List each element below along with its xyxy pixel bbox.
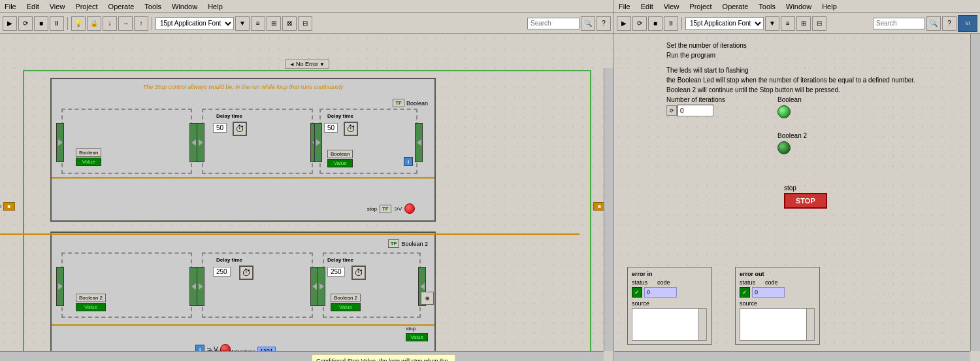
fp-menu-window[interactable]: Window bbox=[784, 3, 813, 10]
boolean2-value-block: Boolean 2 Value bbox=[76, 294, 106, 311]
menu-file[interactable]: File bbox=[3, 3, 18, 10]
menu-operate[interactable]: Operate bbox=[106, 3, 137, 10]
vi-icon: VI bbox=[958, 15, 977, 32]
dist-btn[interactable]: ⊞ bbox=[267, 16, 281, 31]
left-toolbar: ▶ ⟳ ■ ⏸ 💡 🔒 ↓ → ↑ 15pt Application Font … bbox=[0, 13, 613, 34]
fp-dist-btn[interactable]: ⊞ bbox=[796, 16, 811, 31]
stop-button-group: stop STOP bbox=[784, 184, 827, 209]
run-button[interactable]: ▶ bbox=[3, 16, 17, 31]
stop-button[interactable]: STOP bbox=[784, 193, 827, 209]
shift-reg-left-1b bbox=[197, 123, 204, 162]
fp-font-size-btn[interactable]: ▼ bbox=[765, 16, 779, 31]
fp-abort-button[interactable]: ■ bbox=[648, 16, 662, 31]
run-continuous-button[interactable]: ⟳ bbox=[18, 16, 33, 31]
error-in-terminal: or in ■ bbox=[0, 202, 15, 211]
num-const-250-2b: 250 bbox=[213, 267, 231, 277]
resize-btn[interactable]: ⊠ bbox=[282, 16, 297, 31]
step-into-button[interactable]: ↓ bbox=[103, 16, 117, 31]
pause-button[interactable]: ⏸ bbox=[50, 16, 64, 31]
bd-scrollbar-v[interactable] bbox=[604, 68, 613, 351]
iteration-terminal-1c: i bbox=[404, 157, 413, 166]
sub-loop-2c: Delay time 250 ⏱ Boolean 2 Value bbox=[323, 252, 421, 318]
fp-align-btn[interactable]: ≡ bbox=[781, 16, 795, 31]
num-iterations-value[interactable]: 0 bbox=[678, 105, 713, 116]
font-size-btn[interactable]: ▼ bbox=[235, 16, 250, 31]
loop1-description: The Stop control allways would be, in th… bbox=[58, 82, 428, 90]
menu-tools[interactable]: Tools bbox=[142, 3, 163, 10]
error-in-header: status code bbox=[632, 279, 708, 286]
highlight-button[interactable]: 💡 bbox=[71, 16, 86, 31]
merge-node: ⊞ bbox=[421, 292, 434, 305]
wire-h-loop1 bbox=[52, 177, 434, 179]
help-btn[interactable]: ? bbox=[596, 16, 611, 31]
sub-loop-1b: Delay time 50 ⏱ bbox=[202, 109, 313, 174]
fp-menu-file[interactable]: File bbox=[617, 3, 632, 10]
boolean-value-block-1c: Boolean Value bbox=[327, 150, 353, 167]
error-out-header: status code bbox=[740, 279, 815, 286]
stop-area-loop2: stop Value bbox=[406, 326, 428, 341]
fp-menu-edit[interactable]: Edit bbox=[639, 3, 655, 10]
fp-help-btn[interactable]: ? bbox=[942, 16, 956, 31]
fp-search-input[interactable] bbox=[873, 18, 925, 29]
error-in-source-area bbox=[632, 308, 707, 341]
error-in-row: ✓ 0 bbox=[632, 287, 708, 298]
boolean-value-block-1: Boolean Value bbox=[76, 148, 101, 166]
left-menu-bar: File Edit View Project Operate Tools Win… bbox=[0, 0, 613, 13]
step-over-button[interactable]: → bbox=[118, 16, 133, 31]
fp-menu-view[interactable]: View bbox=[662, 3, 681, 10]
fp-sep1 bbox=[681, 17, 682, 30]
shift-reg-left-2a bbox=[56, 267, 64, 306]
spinner-icon[interactable]: ⟳ bbox=[666, 105, 677, 116]
bd-scrollbar-h[interactable] bbox=[0, 351, 604, 361]
fp-menu-tools[interactable]: Tools bbox=[757, 3, 777, 10]
step-out-button[interactable]: ↑ bbox=[134, 16, 148, 31]
error-out-row: ✓ 0 bbox=[740, 287, 815, 298]
search-btn[interactable]: 🔍 bbox=[581, 16, 595, 31]
fp-content-area: Set the number of iterations Run the pro… bbox=[614, 34, 980, 361]
stop-value-indicator: Value bbox=[406, 333, 428, 341]
font-selector[interactable]: 15pt Application Font bbox=[155, 17, 234, 30]
fp-pause-button[interactable]: ⏸ bbox=[664, 16, 678, 31]
fp-font-selector[interactable]: 15pt Application Font bbox=[685, 17, 764, 30]
menu-view[interactable]: View bbox=[48, 3, 67, 10]
stop-area-loop1: stop TF ⊃V bbox=[367, 203, 415, 214]
shift-reg-left-1c bbox=[314, 123, 322, 162]
wire-h-loop2 bbox=[52, 324, 434, 326]
error-in-code-field: 0 bbox=[644, 287, 677, 298]
align-btn[interactable]: ≡ bbox=[251, 16, 265, 31]
menu-edit[interactable]: Edit bbox=[25, 3, 41, 10]
menu-project[interactable]: Project bbox=[73, 3, 99, 10]
wait-ms-block-2b: ⏱ bbox=[239, 266, 253, 280]
error-in-cluster: error in status code ✓ 0 source bbox=[627, 267, 712, 345]
error-out-code-field: 0 bbox=[752, 287, 785, 298]
value-indicator-2c: Value bbox=[331, 303, 361, 311]
shift-reg-right-1c bbox=[415, 123, 423, 162]
menu-help[interactable]: Help bbox=[206, 3, 225, 10]
error-out-source-area bbox=[740, 308, 815, 341]
fp-run-button[interactable]: ▶ bbox=[617, 16, 631, 31]
fp-run-continuous-button[interactable]: ⟳ bbox=[632, 16, 647, 31]
source-scrollbar[interactable] bbox=[698, 309, 706, 340]
abort-button[interactable]: ■ bbox=[34, 16, 48, 31]
bd-content-area: ◄ No Error ▼ The Stop control allways wo… bbox=[0, 34, 613, 361]
boolean2-tf-indicator: TF Boolean 2 bbox=[388, 239, 428, 248]
error-out-cluster: error out status code ✓ 0 source bbox=[735, 267, 820, 345]
menu-window[interactable]: Window bbox=[170, 3, 199, 10]
fp-scrollbar-v[interactable] bbox=[970, 34, 980, 351]
front-panel-panel: File Edit View Project Operate Tools Win… bbox=[614, 0, 980, 361]
delay-time-label-1: Delay time bbox=[216, 113, 242, 119]
fp-menu-help[interactable]: Help bbox=[820, 3, 839, 10]
sub-loop-1a: Boolean Value bbox=[61, 109, 192, 174]
reorder-btn[interactable]: ⊟ bbox=[298, 16, 312, 31]
source-out-scrollbar[interactable] bbox=[806, 309, 814, 340]
fp-menu-operate[interactable]: Operate bbox=[721, 3, 751, 10]
fp-menu-project[interactable]: Project bbox=[687, 3, 713, 10]
search-input[interactable] bbox=[527, 18, 580, 29]
fp-reorder-btn[interactable]: ⊟ bbox=[812, 16, 826, 31]
fp-search-btn[interactable]: 🔍 bbox=[926, 16, 941, 31]
value-indicator-2a: Value bbox=[76, 303, 106, 311]
retain-button[interactable]: 🔒 bbox=[87, 16, 101, 31]
inner-loop-boolean: The Stop control allways would be, in th… bbox=[50, 78, 436, 222]
right-toolbar: ▶ ⟳ ■ ⏸ 15pt Application Font ▼ ≡ ⊞ ⊟ 🔍 … bbox=[614, 13, 980, 34]
fp-scrollbar-h[interactable] bbox=[614, 351, 970, 361]
